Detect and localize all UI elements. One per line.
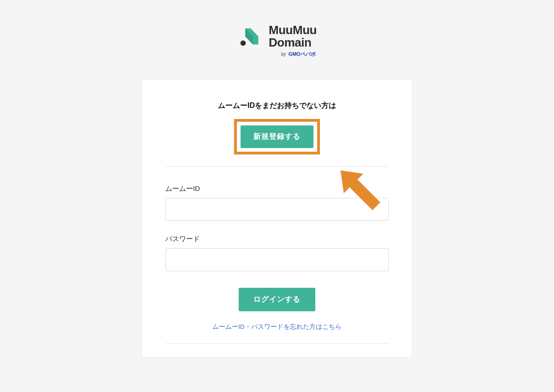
- signup-prompt: ムームーIDをまだお持ちでない方は: [165, 101, 389, 111]
- svg-point-0: [241, 41, 246, 46]
- brand-byline: by GMOペパボ: [281, 51, 316, 58]
- logo-mark-icon: [237, 23, 264, 50]
- forgot-credentials-link[interactable]: ムームーID・パスワードを忘れた方はこちら: [212, 323, 342, 330]
- annotation-highlight-box: 新規登録する: [234, 119, 320, 154]
- signup-button[interactable]: 新規登録する: [241, 125, 313, 148]
- divider: [165, 166, 389, 167]
- muumuu-id-input[interactable]: [165, 198, 389, 221]
- password-label: パスワード: [165, 235, 389, 244]
- brand-logo: MuuMuu Domain by GMOペパボ: [237, 23, 317, 58]
- muumuu-id-label: ムームーID: [165, 184, 389, 193]
- password-input[interactable]: [165, 248, 389, 271]
- brand-name-line1: MuuMuu: [269, 24, 317, 36]
- login-button[interactable]: ログインする: [239, 288, 315, 311]
- login-card: ムームーIDをまだお持ちでない方は 新規登録する ムームーID パスワード ログ…: [142, 80, 412, 357]
- brand-name-line2: Domain: [269, 36, 317, 49]
- divider-bottom: [165, 343, 389, 344]
